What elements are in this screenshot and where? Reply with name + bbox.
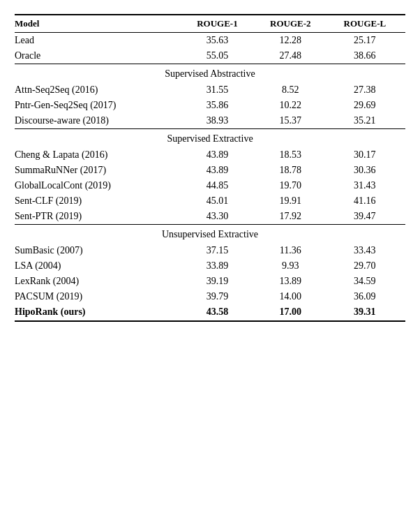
table-row: LexRank (2004)39.1913.8934.59 (15, 274, 405, 289)
cell-model: Oracle (15, 48, 183, 64)
cell-model: Sent-CLF (2019) (15, 193, 183, 209)
cell-rougel: 41.16 (330, 193, 405, 209)
cell-rougel: 38.66 (330, 48, 405, 64)
cell-rouge2: 12.28 (257, 33, 330, 49)
cell-rouge2: 19.91 (257, 193, 330, 209)
cell-rouge1: 43.58 (183, 304, 257, 321)
cell-rouge1: 44.85 (183, 178, 257, 193)
col-rouge1: ROUGE-1 (183, 15, 257, 33)
section-header-label: Unsupervised Extractive (15, 225, 405, 244)
cell-rouge1: 43.89 (183, 163, 257, 178)
cell-rouge2: 14.00 (257, 289, 330, 304)
cell-rougel: 36.09 (330, 289, 405, 304)
cell-rouge1: 35.86 (183, 98, 257, 113)
cell-rouge1: 43.89 (183, 147, 257, 163)
table-header: Model ROUGE-1 ROUGE-2 ROUGE-L (15, 15, 405, 33)
cell-rouge2: 17.92 (257, 209, 330, 225)
cell-rouge1: 55.05 (183, 48, 257, 64)
section-header-row: Supervised Abstractive (15, 64, 405, 83)
table-row: Discourse-aware (2018)38.9315.3735.21 (15, 113, 405, 129)
cell-rouge1: 39.19 (183, 274, 257, 289)
cell-rouge2: 18.78 (257, 163, 330, 178)
cell-rougel: 39.31 (330, 304, 405, 321)
cell-rouge2: 11.36 (257, 243, 330, 258)
cell-rouge1: 37.15 (183, 243, 257, 258)
cell-rougel: 34.59 (330, 274, 405, 289)
table-row: HipoRank (ours)43.5817.0039.31 (15, 304, 405, 321)
cell-model: PACSUM (2019) (15, 289, 183, 304)
cell-rougel: 29.69 (330, 98, 405, 113)
cell-rougel: 29.70 (330, 258, 405, 274)
table-row: PACSUM (2019)39.7914.0036.09 (15, 289, 405, 304)
cell-rouge2: 19.70 (257, 178, 330, 193)
cell-rouge2: 15.37 (257, 113, 330, 129)
table-row: Oracle55.0527.4838.66 (15, 48, 405, 64)
cell-rougel: 30.17 (330, 147, 405, 163)
table-row: Lead35.6312.2825.17 (15, 33, 405, 49)
table-row: Pntr-Gen-Seq2Seq (2017)35.8610.2229.69 (15, 98, 405, 113)
cell-rougel: 25.17 (330, 33, 405, 49)
table-row: Sent-CLF (2019)45.0119.9141.16 (15, 193, 405, 209)
table-row: LSA (2004)33.899.9329.70 (15, 258, 405, 274)
cell-model: HipoRank (ours) (15, 304, 183, 321)
cell-rouge1: 31.55 (183, 82, 257, 98)
cell-rouge2: 17.00 (257, 304, 330, 321)
cell-model: Attn-Seq2Seq (2016) (15, 82, 183, 98)
table-container: Model ROUGE-1 ROUGE-2 ROUGE-L Lead35.631… (15, 14, 405, 322)
col-rouge2: ROUGE-2 (257, 15, 330, 33)
cell-rouge1: 35.63 (183, 33, 257, 49)
section-header-label: Supervised Abstractive (15, 64, 405, 83)
col-model: Model (15, 15, 183, 33)
cell-rouge1: 43.30 (183, 209, 257, 225)
cell-rouge2: 13.89 (257, 274, 330, 289)
section-header-label: Supervised Extractive (15, 129, 405, 148)
cell-model: LSA (2004) (15, 258, 183, 274)
table-row: GlobalLocalCont (2019)44.8519.7031.43 (15, 178, 405, 193)
cell-rougel: 39.47 (330, 209, 405, 225)
section-header-row: Unsupervised Extractive (15, 225, 405, 244)
table-row: Sent-PTR (2019)43.3017.9239.47 (15, 209, 405, 225)
cell-rougel: 27.38 (330, 82, 405, 98)
table-row: SumBasic (2007)37.1511.3633.43 (15, 243, 405, 258)
cell-model: Sent-PTR (2019) (15, 209, 183, 225)
cell-model: LexRank (2004) (15, 274, 183, 289)
cell-rouge2: 8.52 (257, 82, 330, 98)
cell-rougel: 31.43 (330, 178, 405, 193)
table-row: Attn-Seq2Seq (2016)31.558.5227.38 (15, 82, 405, 98)
results-table: Model ROUGE-1 ROUGE-2 ROUGE-L Lead35.631… (15, 14, 405, 322)
cell-model: Cheng & Lapata (2016) (15, 147, 183, 163)
cell-model: Lead (15, 33, 183, 49)
cell-rouge1: 38.93 (183, 113, 257, 129)
cell-rouge1: 45.01 (183, 193, 257, 209)
cell-rouge2: 18.53 (257, 147, 330, 163)
cell-rouge2: 9.93 (257, 258, 330, 274)
cell-rougel: 35.21 (330, 113, 405, 129)
cell-rouge2: 27.48 (257, 48, 330, 64)
cell-rouge1: 33.89 (183, 258, 257, 274)
table-row: SummaRuNNer (2017)43.8918.7830.36 (15, 163, 405, 178)
cell-rougel: 33.43 (330, 243, 405, 258)
cell-model: SummaRuNNer (2017) (15, 163, 183, 178)
cell-model: Pntr-Gen-Seq2Seq (2017) (15, 98, 183, 113)
col-rougel: ROUGE-L (330, 15, 405, 33)
cell-model: SumBasic (2007) (15, 243, 183, 258)
cell-rouge1: 39.79 (183, 289, 257, 304)
cell-model: GlobalLocalCont (2019) (15, 178, 183, 193)
cell-rouge2: 10.22 (257, 98, 330, 113)
table-row: Cheng & Lapata (2016)43.8918.5330.17 (15, 147, 405, 163)
cell-rougel: 30.36 (330, 163, 405, 178)
section-header-row: Supervised Extractive (15, 129, 405, 148)
cell-model: Discourse-aware (2018) (15, 113, 183, 129)
